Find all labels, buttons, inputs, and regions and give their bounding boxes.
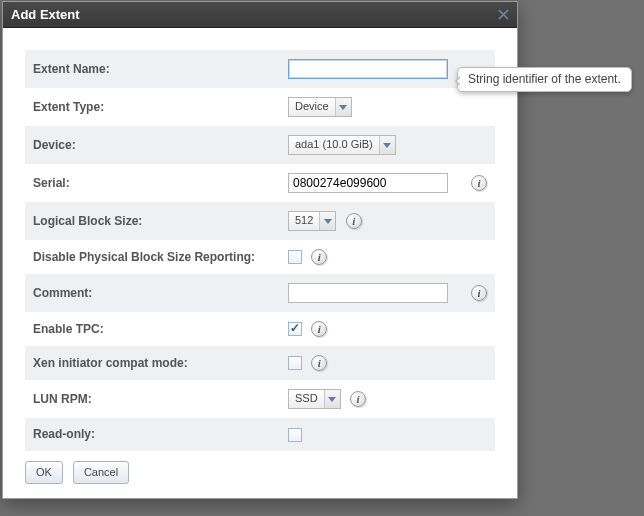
disable-pbs-checkbox[interactable] <box>288 250 302 264</box>
chevron-down-icon <box>379 136 395 154</box>
info-icon[interactable]: i <box>350 391 366 407</box>
xen-compat-checkbox[interactable] <box>288 356 302 370</box>
label-read-only: Read-only: <box>25 418 280 451</box>
dialog-titlebar[interactable]: Add Extent <box>3 2 517 28</box>
tooltip-extent-name: String identifier of the extent. <box>457 67 632 92</box>
label-disable-pbs: Disable Physical Block Size Reporting: <box>25 240 280 274</box>
row-device: Device: ada1 (10.0 GiB) <box>25 126 495 164</box>
label-xen-compat: Xen initiator compat mode: <box>25 346 280 380</box>
row-extent-type: Extent Type: Device <box>25 88 495 126</box>
lun-rpm-value: SSD <box>289 390 324 408</box>
label-comment: Comment: <box>25 274 280 312</box>
label-device: Device: <box>25 126 280 164</box>
info-icon[interactable]: i <box>311 249 327 265</box>
dialog-title: Add Extent <box>11 7 80 22</box>
form-table: Extent Name: Extent Type: Device <box>25 50 495 451</box>
cancel-button[interactable]: Cancel <box>73 461 129 484</box>
label-logical-block-size: Logical Block Size: <box>25 202 280 240</box>
dialog-body: Extent Name: Extent Type: Device <box>3 28 517 498</box>
row-disable-pbs: Disable Physical Block Size Reporting: i <box>25 240 495 274</box>
info-icon[interactable]: i <box>311 355 327 371</box>
label-serial: Serial: <box>25 164 280 202</box>
logical-block-size-select[interactable]: 512 <box>288 211 336 231</box>
chevron-down-icon <box>324 390 340 408</box>
lun-rpm-select[interactable]: SSD <box>288 389 341 409</box>
ok-button[interactable]: OK <box>25 461 63 484</box>
chevron-down-icon <box>335 98 351 116</box>
label-extent-name: Extent Name: <box>25 50 280 88</box>
close-icon[interactable] <box>495 7 511 23</box>
label-extent-type: Extent Type: <box>25 88 280 126</box>
row-lun-rpm: LUN RPM: SSD i <box>25 380 495 418</box>
info-icon[interactable]: i <box>471 285 487 301</box>
extent-type-select[interactable]: Device <box>288 97 352 117</box>
chevron-down-icon <box>319 212 335 230</box>
extent-name-input[interactable] <box>288 59 448 79</box>
row-serial: Serial: i <box>25 164 495 202</box>
row-extent-name: Extent Name: <box>25 50 495 88</box>
serial-input[interactable] <box>288 173 448 193</box>
read-only-checkbox[interactable] <box>288 428 302 442</box>
row-enable-tpc: Enable TPC: i <box>25 312 495 346</box>
device-select[interactable]: ada1 (10.0 GiB) <box>288 135 396 155</box>
enable-tpc-checkbox[interactable] <box>288 322 302 336</box>
dialog-buttons: OK Cancel <box>25 461 495 484</box>
label-lun-rpm: LUN RPM: <box>25 380 280 418</box>
add-extent-dialog: Add Extent Extent Name: Extent Type: Dev… <box>2 1 518 499</box>
info-icon[interactable]: i <box>311 321 327 337</box>
tooltip-text: String identifier of the extent. <box>468 72 621 86</box>
row-logical-block-size: Logical Block Size: 512 i <box>25 202 495 240</box>
comment-input[interactable] <box>288 283 448 303</box>
extent-type-value: Device <box>289 98 335 116</box>
device-value: ada1 (10.0 GiB) <box>289 136 379 154</box>
info-icon[interactable]: i <box>346 213 362 229</box>
row-comment: Comment: i <box>25 274 495 312</box>
row-read-only: Read-only: <box>25 418 495 451</box>
info-icon[interactable]: i <box>471 175 487 191</box>
label-enable-tpc: Enable TPC: <box>25 312 280 346</box>
row-xen-compat: Xen initiator compat mode: i <box>25 346 495 380</box>
logical-block-size-value: 512 <box>289 212 319 230</box>
